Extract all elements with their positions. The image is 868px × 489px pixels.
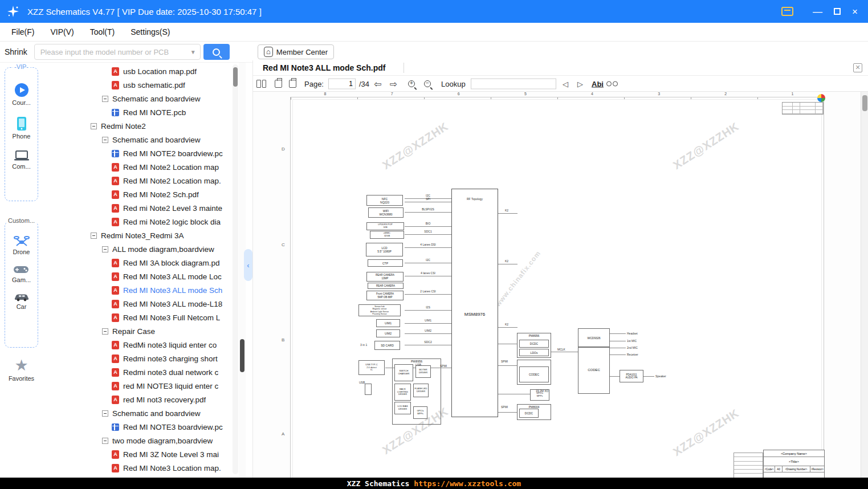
menu-item-vip[interactable]: VIP(V) (42, 27, 81, 36)
schematic-block: MOTER DRIVER (415, 365, 431, 378)
app-logo-icon (7, 5, 19, 18)
pdf-viewer: Red MI Note3 ALL mode Sch.pdf ✕ Page: /3… (252, 60, 868, 478)
tree-file-row[interactable]: Ared MI not3 recovery.pdf (43, 393, 252, 406)
schematic-block: CODEC (519, 366, 549, 382)
vip-card-icon[interactable] (781, 7, 793, 16)
rail-item-drone[interactable]: Drone (13, 235, 30, 255)
tree-file-row[interactable]: ARed MI Note3 ALL mode-L18 (43, 297, 252, 311)
collapse-minus-icon[interactable] (102, 137, 108, 143)
tree-file-row[interactable]: Red MI NOTE3 boardview.pc (43, 420, 252, 434)
tree-file-row[interactable]: Ausb schematic.pdf (43, 78, 252, 92)
pdf-canvas-area[interactable]: DCBA <Company Name> <Title> <Code> A0 <D… (253, 92, 868, 478)
tree-file-row[interactable]: ARed MI Note2 Location map (43, 160, 252, 174)
tree-folder-row[interactable]: Schematic and boardview (43, 406, 252, 420)
tree-file-row[interactable]: ARed MI Note2 Location map. (43, 174, 252, 188)
panel-collapse-handle[interactable]: ‹ (244, 249, 252, 281)
schematic-block: REAR CAMERA 13MP (366, 272, 404, 282)
lookup-input[interactable] (471, 78, 556, 89)
output-label: Speaker (655, 374, 666, 378)
bus-label: I2C (415, 258, 441, 262)
tree-folder-row[interactable]: Schematic and boardview (43, 92, 252, 105)
member-center-button[interactable]: ⌂ Member Center (258, 44, 334, 59)
close-document-icon[interactable]: ✕ (853, 63, 862, 72)
pdf-scrollbar-thumb[interactable] (862, 95, 867, 111)
tree-file-row[interactable]: ARed MI Note3 ALL mode Sch (43, 283, 252, 297)
search-button[interactable] (203, 44, 230, 60)
tree-folder-row[interactable]: ALL mode diagram,boardview (43, 242, 252, 256)
rail-item-course[interactable]: Cour... (12, 83, 30, 106)
collapse-minus-icon[interactable] (102, 328, 108, 335)
rail-item-game[interactable]: Gam... (12, 264, 31, 283)
tree-file-row[interactable]: ARed MI 3A block diagram.pd (43, 256, 252, 270)
tree-file-row[interactable]: ARedmi note3 charging short (43, 352, 252, 365)
tree-item-label: Red MI Note3 Location map. (123, 464, 221, 472)
chevron-down-icon[interactable]: ▼ (190, 49, 196, 55)
snapshot-page-icon[interactable] (289, 80, 296, 88)
tree-file-row[interactable]: ARed mi Note2 logic block dia (43, 215, 252, 229)
link-line (498, 394, 530, 394)
minimize-button[interactable]: — (813, 7, 822, 17)
schematic-block: UIM1 (376, 319, 400, 327)
match-case-button[interactable]: Abi (592, 79, 604, 88)
tree-file-row[interactable]: Red MI NOTE.pcb (43, 105, 252, 119)
tree-file-row[interactable]: ARed mi Note2 Level 3 mainte (43, 201, 252, 215)
tab-document-title[interactable]: Red MI Note3 ALL mode Sch.pdf (263, 63, 385, 72)
panel-scrollbar-thumb[interactable] (240, 339, 244, 372)
next-page-icon[interactable]: ⇨ (390, 78, 397, 89)
previous-page-icon[interactable]: ⇦ (374, 78, 381, 89)
tree-item-label: Red MI Note3 ALL mode-L18 (123, 300, 222, 308)
menu-item-file[interactable]: File(F) (3, 27, 42, 36)
tree-file-row[interactable]: Ausb Location map.pdf (43, 64, 252, 78)
collapse-minus-icon[interactable] (102, 96, 108, 102)
title-block-company: <Company Name> (764, 450, 824, 457)
maximize-button[interactable] (834, 8, 841, 15)
tree-folder-row[interactable]: Repair Case (43, 324, 252, 338)
two-page-view-icon[interactable] (256, 80, 266, 88)
tree-file-row[interactable]: ARedmi note3 dual network c (43, 365, 252, 379)
rail-item-label: Cour... (12, 99, 30, 106)
pdf-vertical-scrollbar[interactable] (861, 92, 868, 478)
tree-file-row[interactable]: Red MI NOTE2 boardview.pc (43, 146, 252, 160)
tree-scrollbar-thumb[interactable] (233, 67, 238, 87)
sheet-index-cell (783, 103, 793, 107)
collapse-minus-icon[interactable] (102, 246, 108, 252)
collapse-minus-icon[interactable] (102, 410, 108, 417)
rail-item-favorites[interactable]: ★ Favorites (0, 358, 43, 382)
rail-item-computer[interactable]: Com... (12, 150, 30, 170)
tree-file-row[interactable]: ARedMi note3 liquid enter co (43, 338, 252, 352)
copy-page-icon[interactable] (275, 80, 282, 88)
bus-label: BIO (415, 222, 441, 225)
tree-folder-row[interactable]: Schematic and boardview (43, 133, 252, 146)
tree-file-row[interactable]: ARed MI Note3 ALL mode Loc (43, 270, 252, 283)
tree-file-row[interactable]: Ared MI NOTE3 liquid enter c (43, 379, 252, 393)
tree-scrollbar[interactable] (233, 64, 238, 474)
zoom-out-icon[interactable] (424, 80, 431, 87)
collapse-minus-icon[interactable] (91, 233, 97, 239)
shrink-button[interactable]: Shrink (5, 47, 27, 56)
status-url-link[interactable]: https://www.xzztools.com (414, 479, 521, 488)
close-button[interactable]: × (852, 7, 858, 17)
menu-item-tool[interactable]: Tool(T) (82, 27, 123, 36)
collapse-minus-icon[interactable] (91, 123, 97, 129)
rail-item-phone[interactable]: Phone (13, 116, 31, 140)
tree-folder-row[interactable]: Redmi Note2 (43, 119, 252, 133)
bus-label: USB (406, 363, 431, 366)
tree-file-row[interactable]: ARed MI Note2 Sch.pdf (43, 188, 252, 201)
menu-item-settings[interactable]: Settings(S) (123, 27, 178, 36)
find-next-icon[interactable]: ▷ (577, 79, 583, 88)
document-tabbar: Red MI Note3 ALL mode Sch.pdf ✕ (253, 60, 868, 76)
tree-folder-row[interactable]: Redmi Note3_Redmi 3A (43, 229, 252, 242)
tree-file-row[interactable]: ARed MI Note3 Location map. (43, 461, 252, 475)
binoculars-search-icon[interactable] (606, 81, 618, 86)
schematic-label: MCLK (557, 348, 565, 351)
rail-item-label: Gam... (12, 276, 31, 283)
model-search-input[interactable] (35, 48, 200, 56)
page-number-input[interactable] (328, 78, 356, 89)
tree-folder-row[interactable]: two mode diagram,boardview (43, 434, 252, 447)
tree-file-row[interactable]: ARed MI 3Z Note Level 3 mai (43, 447, 252, 461)
zoom-in-icon[interactable] (408, 80, 415, 87)
rail-item-car[interactable]: Car (14, 292, 30, 310)
find-previous-icon[interactable]: ◁ (563, 79, 568, 88)
tree-file-row[interactable]: ARed MI Note3 Full Netcom L (43, 311, 252, 324)
collapse-minus-icon[interactable] (102, 438, 108, 444)
